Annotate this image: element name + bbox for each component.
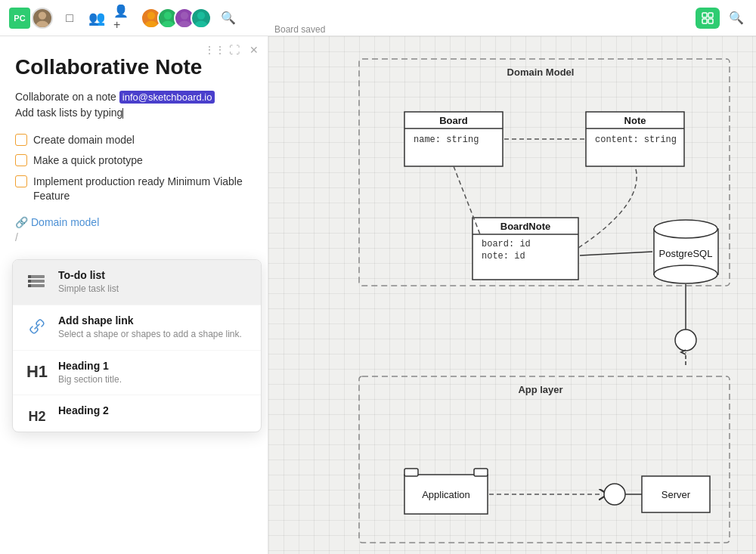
zoom-search-icon[interactable]: 🔍 [726,8,747,29]
project-code-icon[interactable]: PC [9,8,30,29]
svg-rect-14 [29,275,45,278]
board-icon[interactable]: □ [59,8,80,29]
task-label-3: Implement production ready Minimum Viabl… [33,175,253,204]
shape-link-title: Add shape link [58,314,249,327]
note-desc-before: Collaborate on a note [15,91,116,103]
svg-rect-10 [702,13,707,17]
heading2-icon: H2 [25,404,49,429]
svg-point-1 [36,20,48,29]
todo-desc: Simple task list [58,283,249,296]
grid-view-icon[interactable] [696,8,720,29]
task-item-3: Implement production ready Minimum Viabl… [15,175,253,204]
slash-text: / [15,231,253,243]
menu-item-heading2[interactable]: H2 Heading 2 [13,395,261,432]
heading1-icon: H1 [25,360,49,384]
diagram-svg: Domain Model App layer Board name: strin… [268,36,756,554]
main-layout: ⋮⋮ ⛶ ✕ Collaborative Note Collaborate on… [0,36,756,554]
left-panel: ⋮⋮ ⛶ ✕ Collaborative Note Collaborate on… [0,36,268,554]
svg-rect-49 [404,469,418,476]
svg-text:App layer: App layer [518,384,562,395]
note-title: Collaborative Note [15,54,253,80]
svg-text:Board: Board [439,115,468,126]
svg-point-4 [164,11,172,19]
svg-rect-32 [472,218,578,280]
svg-text:Domain Model: Domain Model [507,67,575,78]
panel-expand-icon[interactable]: ⛶ [227,42,242,57]
svg-rect-16 [29,284,45,287]
svg-rect-28 [586,112,684,166]
search-icon[interactable]: 🔍 [218,8,239,29]
svg-point-41 [654,265,717,283]
avatar-group [141,8,212,29]
svg-point-7 [178,20,191,29]
svg-text:Server: Server [662,489,691,500]
toolbar: PC □ 👥 👤+ 🔍 Board saved [0,0,756,36]
svg-rect-11 [708,13,713,17]
svg-point-9 [194,20,207,29]
toolbar-right: 🔍 [696,8,747,29]
svg-point-6 [181,11,188,19]
svg-text:note: id: note: id [482,251,525,262]
svg-line-38 [454,166,480,234]
domain-model-link[interactable]: 🔗 Domain model [15,216,253,228]
domain-link-text: Domain model [31,216,99,228]
svg-rect-13 [708,19,713,23]
panel-close-icon[interactable]: ✕ [246,42,262,57]
task-checkbox-3[interactable] [15,175,27,187]
svg-text:BoardNote: BoardNote [500,221,550,232]
svg-text:name: string: name: string [414,135,479,145]
svg-rect-39 [654,229,718,274]
svg-rect-12 [702,19,707,23]
note-description: Collaborate on a note info@sketchboard.i… [15,89,253,121]
panel-controls: ⋮⋮ ⛶ ✕ [207,42,262,57]
shape-link-desc: Select a shape or shapes to add a shape … [58,328,249,341]
svg-rect-55 [642,476,710,512]
shape-link-text: Add shape link Select a shape or shapes … [58,314,249,341]
svg-rect-20 [359,59,730,286]
svg-text:board: id: board: id [482,239,531,249]
canvas-area[interactable]: Domain Model App layer Board name: strin… [268,36,756,554]
task-item-2: Make a quick prototype [15,153,253,169]
note-add-task-text: Add task lists by typing [15,107,122,119]
svg-point-8 [197,11,205,19]
task-checkbox-1[interactable] [15,134,27,146]
menu-item-todo[interactable]: To-do list Simple task list [13,260,261,305]
svg-text:Note: Note [624,115,646,126]
task-list: Create domain model Make a quick prototy… [15,133,253,204]
todo-text: To-do list Simple task list [58,269,249,296]
svg-text:Application: Application [422,489,470,500]
heading1-title: Heading 1 [58,360,249,372]
collab-icon[interactable]: 👥 [86,8,107,29]
task-label-1: Create domain model [33,133,135,148]
todo-title: To-do list [58,269,249,281]
svg-point-40 [654,220,717,238]
add-user-icon[interactable]: 👤+ [113,8,135,29]
menu-item-heading1[interactable]: H1 Heading 1 Big section title. [13,351,261,396]
svg-point-53 [604,484,625,505]
svg-point-0 [39,11,46,19]
avatar-user1 [32,8,53,29]
heading1-text: Heading 1 Big section title. [58,360,249,386]
svg-rect-17 [28,275,31,278]
svg-rect-48 [404,475,488,514]
heading2-text: Heading 2 [58,404,249,418]
heading2-title: Heading 2 [58,404,249,416]
svg-rect-18 [28,280,31,283]
svg-text:content: string: content: string [595,135,677,145]
svg-point-2 [147,11,155,19]
task-checkbox-2[interactable] [15,154,27,166]
svg-rect-24 [404,112,503,166]
panel-grid-icon[interactable]: ⋮⋮ [207,42,222,57]
task-item-1: Create domain model [15,133,253,148]
menu-item-shape-link[interactable]: Add shape link Select a shape or shapes … [13,305,261,351]
svg-rect-22 [359,376,730,543]
toolbar-left: PC □ 👥 👤+ 🔍 [9,8,239,29]
heading1-desc: Big section title. [58,373,249,386]
svg-rect-19 [28,284,31,287]
svg-point-45 [675,330,696,351]
svg-point-5 [161,20,174,29]
board-saved-status: Board saved [274,24,325,35]
link-icon: 🔗 [15,216,28,228]
insert-dropdown: To-do list Simple task list Add shape li… [12,259,262,432]
avatar-5 [191,8,212,29]
